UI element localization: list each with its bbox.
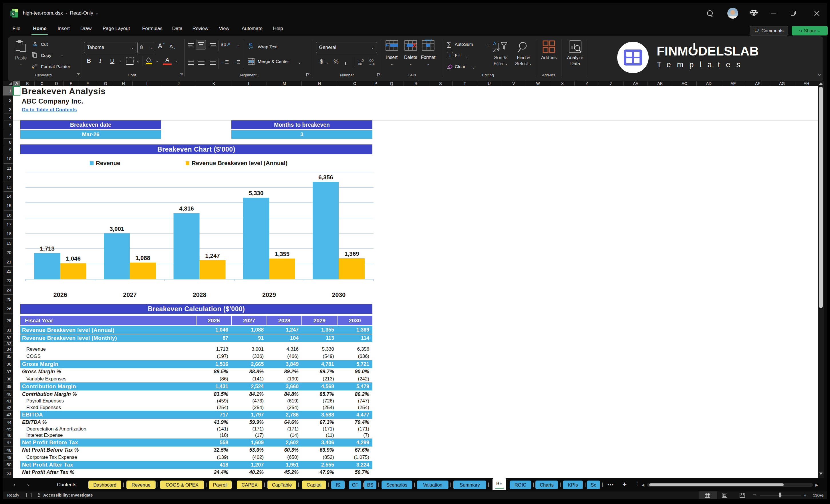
svg-text:Z: Z	[493, 48, 496, 53]
svg-text:A: A	[493, 41, 497, 46]
svg-text:1,088: 1,088	[135, 255, 150, 261]
svg-text:5,330: 5,330	[249, 190, 263, 196]
svg-text:2028: 2028	[193, 291, 206, 298]
svg-text:1,369: 1,369	[344, 250, 359, 257]
svg-text:Revenue Breakeven level (Annua: Revenue Breakeven level (Annual)	[192, 160, 287, 166]
svg-text:3,001: 3,001	[109, 225, 124, 232]
svg-text:2027: 2027	[123, 291, 137, 298]
svg-text:4,316: 4,316	[179, 205, 194, 212]
svg-text:1,713: 1,713	[40, 245, 55, 252]
svg-text:FINMODELSLAB: FINMODELSLAB	[657, 44, 759, 58]
svg-text:1,355: 1,355	[275, 251, 289, 257]
svg-text:2029: 2029	[262, 291, 276, 298]
svg-text:Revenue: Revenue	[96, 160, 120, 166]
svg-text:2030: 2030	[332, 291, 346, 298]
svg-text:1,046: 1,046	[66, 255, 81, 262]
svg-text:1,247: 1,247	[205, 252, 220, 259]
svg-text:6,356: 6,356	[318, 174, 333, 181]
svg-text:2026: 2026	[54, 291, 67, 298]
svg-text:Templates: Templates	[657, 60, 740, 69]
